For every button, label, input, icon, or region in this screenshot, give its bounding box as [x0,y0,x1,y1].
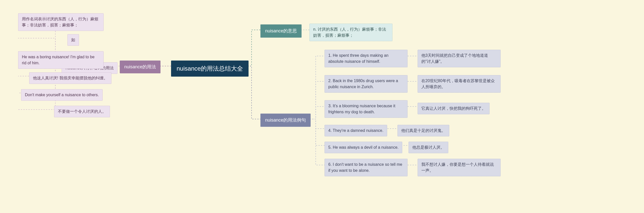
node-left-item-0[interactable]: 用作名词表示讨厌的东西（人，行为）麻烦事；非法妨害，损害；麻烦事； [18,13,104,31]
node-meaning-text[interactable]: n. 讨厌的东西（人，行为）麻烦事；非法妨害，损害；麻烦事； [309,24,392,41]
root-node[interactable]: nuisance的用法总结大全 [171,61,249,77]
node-ex-5-zh[interactable]: 他总是极讨人厌。 [409,142,448,153]
node-ex-6-zh[interactable]: 我不想讨人嫌，你要是想一个人待着就说一声。 [418,159,501,176]
node-ex-6-en[interactable]: 6. I don't want to be a nuisance so tell… [325,159,408,176]
branch-usage[interactable]: nuisance的用法 [120,61,160,73]
branch-examples[interactable]: nuisance的用法例句 [260,114,311,127]
node-left-item-2[interactable]: He was a boring nuisance! I'm glad to be… [18,51,104,69]
node-ex-4-en[interactable]: 4. They're a damned nuisance. [325,125,387,136]
node-ex-5-en[interactable]: 5. He was always a devil of a nuisance. [325,142,402,153]
node-left-item-4[interactable]: Don't make yourself a nuisance to others… [21,89,103,101]
node-ex-3-zh[interactable]: 它真让人讨厌，快把我的狗吓死了。 [418,103,490,114]
node-ex-2-zh[interactable]: 在20世纪80年代，吸毒者在苏黎世是被众人所唾弃的。 [418,75,501,93]
branch-meaning[interactable]: nuisance的意思 [260,24,302,38]
node-left-item-1[interactable]: 如 [67,34,79,46]
node-ex-2-en[interactable]: 2. Back in the 1980s drug users were a p… [325,75,408,93]
node-ex-3-en[interactable]: 3. It's a blooming nuisance because it f… [325,100,408,118]
node-ex-1-en[interactable]: 1. He spent three days making an absolut… [325,50,408,67]
node-ex-4-zh[interactable]: 他们真是十足的讨厌鬼。 [397,125,449,136]
node-left-item-5[interactable]: 不要做一个令人讨厌的人。 [54,106,110,117]
node-ex-1-zh[interactable]: 他3天时间就把自己变成了个地地道道的"讨人嫌"。 [418,50,501,67]
node-left-item-3[interactable]: 他这人真讨厌! 我很庆幸能摆脱他的纠缠。 [29,72,111,84]
